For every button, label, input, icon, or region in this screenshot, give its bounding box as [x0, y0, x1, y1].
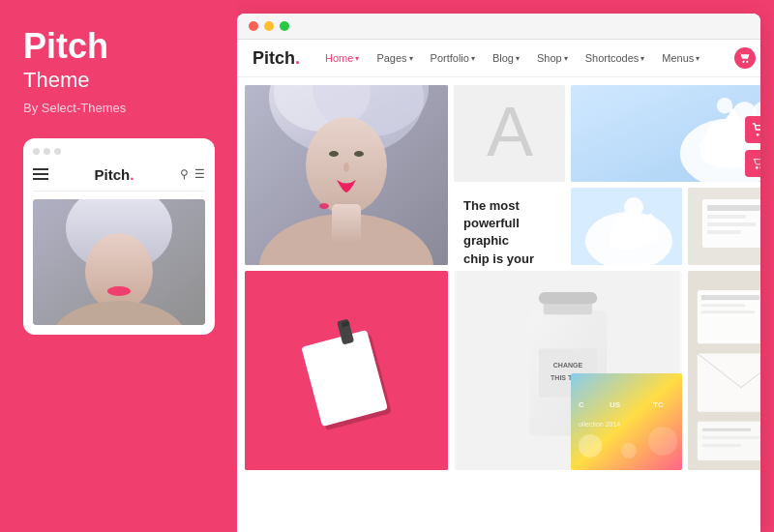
cart-icon-2 — [752, 157, 760, 170]
site-logo: Pitch. — [253, 48, 300, 69]
side-cart-icon-1[interactable] — [745, 116, 760, 143]
grid-cell-stationery-top — [688, 188, 760, 265]
fashion-image — [245, 85, 448, 265]
cart-icon[interactable] — [734, 47, 756, 69]
svg-rect-48 — [539, 292, 597, 304]
grid-cell-stationery-bottom — [688, 271, 760, 470]
svg-rect-34 — [707, 222, 756, 226]
title-theme: Theme — [23, 68, 214, 93]
grid-cell-fashion — [245, 85, 448, 265]
svg-point-64 — [579, 434, 602, 458]
nav-item-portfolio[interactable]: Portfolio ▾ — [431, 52, 475, 64]
stationery-svg — [688, 188, 760, 265]
browser-panel: Pitch. Home ▾ Pages ▾ Portfolio ▾ Blog ▾… — [237, 14, 760, 532]
svg-rect-56 — [702, 429, 751, 431]
mobile-menu-icon[interactable]: ☰ — [194, 167, 205, 181]
mobile-hero-image — [33, 199, 205, 325]
grid-cell-letter-a: A — [454, 85, 565, 182]
hamburger-icon[interactable] — [33, 168, 48, 180]
mobile-dots — [33, 148, 205, 155]
chevron-down-icon: ▾ — [696, 54, 700, 63]
nav-item-pages[interactable]: Pages ▾ — [376, 52, 412, 64]
svg-text:TC: TC — [653, 400, 664, 409]
side-cart-icon-2[interactable] — [745, 150, 760, 177]
masonry-grid-area: A — [237, 77, 760, 532]
chevron-down-icon: ▾ — [471, 54, 475, 63]
nav-item-blog[interactable]: Blog ▾ — [492, 52, 520, 64]
nav-icons: ⚲ ☰ — [734, 47, 760, 69]
svg-point-13 — [354, 151, 364, 157]
svg-text:C: C — [579, 400, 584, 409]
left-panel: Pitch Theme By Select-Themes Pitch. ⚲ ☰ — [0, 0, 237, 532]
grid-cell-card-mockup — [245, 271, 448, 470]
chevron-down-icon: ▾ — [516, 54, 520, 63]
svg-point-25 — [717, 98, 732, 113]
browser-dot-red — [249, 21, 258, 31]
card-mockup-svg — [245, 271, 448, 470]
mobile-search-icon[interactable]: ⚲ — [180, 167, 189, 181]
svg-point-6 — [746, 61, 748, 63]
milk-splash-svg — [571, 85, 760, 182]
svg-point-66 — [648, 427, 677, 456]
browser-dot-yellow — [264, 21, 274, 31]
nav-item-shortcodes[interactable]: Shortcodes ▾ — [585, 52, 645, 64]
milk-small-svg — [571, 188, 682, 265]
cart-svg — [739, 52, 751, 64]
svg-rect-57 — [702, 436, 760, 439]
grid-cell-milk-splash — [571, 85, 760, 182]
nav-item-home[interactable]: Home ▾ — [325, 52, 359, 64]
mobile-nav: Pitch. ⚲ ☰ — [33, 163, 205, 192]
svg-rect-54 — [698, 353, 760, 411]
nav-item-shop[interactable]: Shop ▾ — [537, 52, 568, 64]
title-pitch: Pitch — [23, 27, 214, 66]
svg-rect-55 — [698, 422, 760, 460]
letter-a-svg: A — [471, 90, 549, 177]
cart-icon — [752, 123, 760, 136]
svg-text:A: A — [486, 93, 532, 170]
mobile-hero-figure — [33, 199, 205, 325]
mobile-icons: ⚲ ☰ — [180, 167, 205, 181]
nav-item-menus[interactable]: Menus ▾ — [662, 52, 700, 64]
svg-point-69 — [756, 166, 759, 169]
browser-dot-green — [280, 21, 289, 31]
chevron-down-icon: ▾ — [564, 54, 568, 63]
svg-point-2 — [85, 233, 153, 310]
svg-rect-33 — [707, 215, 746, 219]
browser-bar — [237, 14, 760, 40]
mobile-logo-dot: . — [130, 166, 134, 183]
svg-text:ollection 2014: ollection 2014 — [579, 421, 620, 428]
mobile-dot-2 — [44, 148, 50, 155]
stationery-image — [688, 188, 760, 265]
svg-rect-51 — [701, 295, 759, 300]
svg-rect-32 — [707, 205, 760, 211]
svg-point-65 — [621, 443, 637, 458]
svg-rect-52 — [701, 304, 745, 307]
chevron-down-icon: ▾ — [409, 54, 413, 63]
author-label: By Select-Themes — [23, 101, 214, 115]
svg-text:CHANGE: CHANGE — [553, 362, 583, 369]
svg-rect-58 — [702, 444, 741, 447]
svg-point-5 — [743, 61, 745, 63]
theme-title: Pitch Theme — [23, 27, 214, 93]
mobile-fashion-svg — [33, 199, 205, 325]
svg-text:US: US — [610, 400, 621, 409]
stationery-bottom-svg — [688, 271, 760, 470]
chevron-down-icon: ▾ — [355, 54, 359, 63]
svg-point-70 — [759, 166, 760, 169]
mobile-dot-1 — [33, 148, 40, 155]
chevron-down-icon: ▾ — [640, 54, 644, 63]
svg-point-14 — [343, 163, 349, 172]
svg-point-29 — [624, 197, 643, 217]
masonry-grid: A — [245, 85, 753, 524]
svg-point-12 — [329, 151, 339, 157]
colorful-svg: C US TC ollection 2014 — [571, 373, 682, 470]
grid-cell-colorful: C US TC ollection 2014 — [571, 373, 682, 470]
site-nav: Pitch. Home ▾ Pages ▾ Portfolio ▾ Blog ▾… — [237, 40, 760, 77]
svg-point-67 — [757, 133, 759, 136]
site-logo-dot: . — [295, 48, 300, 68]
mobile-logo: Pitch. — [95, 166, 134, 183]
mobile-dot-3 — [54, 148, 61, 155]
svg-rect-53 — [701, 310, 755, 313]
svg-rect-17 — [332, 204, 361, 243]
svg-point-3 — [107, 286, 131, 296]
